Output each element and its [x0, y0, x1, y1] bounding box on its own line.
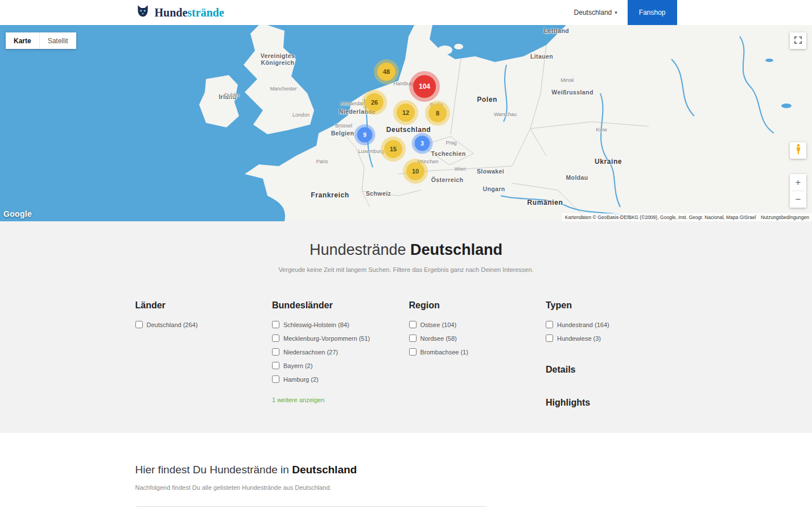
chevron-down-icon: ▾	[615, 10, 617, 15]
map-cluster-marker[interactable]: 10	[406, 162, 424, 180]
map-attribution-text: Kartendaten © GeoBasis-DE/BKG (©2009), G…	[565, 214, 756, 220]
filter-column-title: Typen	[546, 300, 677, 311]
logo-text: Hundestrände	[155, 6, 224, 19]
google-logo[interactable]: Google	[3, 209, 32, 218]
filter-checkbox-item[interactable]: Hundewiese (3)	[546, 335, 677, 342]
logo-dog-icon	[135, 4, 150, 21]
filter-column-title: Bundesländer	[272, 300, 403, 311]
pegman-icon	[795, 143, 802, 158]
filter-column-region: RegionOstsee (104)Nordsee (58)Brombachse…	[409, 300, 541, 408]
map-cluster-marker[interactable]: 8	[428, 104, 447, 122]
zoom-in-button[interactable]: +	[790, 174, 806, 191]
filter-label: Mecklenburg-Vorpommern (51)	[283, 335, 370, 342]
filter-label: Schleswig-Holstein (84)	[283, 321, 349, 328]
filter-checkbox[interactable]	[272, 375, 279, 383]
header-inner: Hundestrände Deutschland ▾ Fanshop	[135, 0, 677, 25]
filter-checkbox-item[interactable]: Schleswig-Holstein (84)	[272, 321, 403, 328]
filter-label: Hundewiese (3)	[557, 335, 601, 342]
filter-label: Ostsee (104)	[421, 321, 457, 328]
map-type-control: Karte Satellit	[6, 32, 76, 49]
nav-country-label: Deutschland	[574, 9, 612, 16]
map-canvas[interactable]	[0, 25, 812, 221]
filter-label: Deutschland (264)	[147, 321, 198, 328]
filter-column-länder: LänderDeutschland (264)	[135, 300, 267, 408]
filter-checkbox-item[interactable]: Hamburg (2)	[272, 375, 403, 383]
filter-label: Nordsee (58)	[421, 335, 457, 342]
map-container[interactable]: Vereinigtes KönigreichIrlandNiederlandeB…	[0, 25, 812, 221]
filter-label: Brombachsee (1)	[421, 349, 468, 356]
filter-checkbox-item[interactable]: Brombachsee (1)	[409, 348, 541, 356]
zoom-control: + −	[790, 174, 806, 208]
map-cluster-marker[interactable]: 9	[357, 127, 373, 143]
filter-checkbox[interactable]	[272, 348, 279, 356]
filter-checkbox[interactable]	[546, 335, 553, 342]
map-cluster-marker[interactable]: 12	[397, 104, 415, 122]
filter-checkbox-item[interactable]: Niedersachsen (27)	[272, 348, 403, 356]
page-subtitle: Vergeude keine Zeit mit langem Suchen. F…	[0, 266, 812, 273]
nav-country-dropdown[interactable]: Deutschland ▾	[564, 0, 628, 25]
filter-checkbox[interactable]	[272, 335, 279, 342]
pegman-control[interactable]	[790, 142, 806, 159]
filter-checkbox[interactable]	[409, 348, 417, 356]
filter-label: Hamburg (2)	[283, 376, 319, 383]
map-type-karte-button[interactable]: Karte	[6, 32, 39, 49]
filter-checkbox[interactable]	[409, 335, 417, 342]
map-cluster-marker[interactable]: 26	[365, 93, 384, 112]
filter-checkbox-item[interactable]: Ostsee (104)	[409, 321, 541, 328]
divider	[137, 506, 487, 507]
map-attribution-bar: Kartendaten © GeoBasis-DE/BKG (©2009), G…	[562, 213, 812, 221]
page-title: Hundestrände Deutschland	[0, 241, 812, 259]
filter-checkbox-item[interactable]: Bayern (2)	[272, 362, 403, 369]
fullscreen-icon	[794, 36, 802, 46]
logo[interactable]: Hundestrände	[135, 4, 224, 21]
filter-section: Hundestrände Deutschland Vergeude keine …	[0, 221, 812, 433]
filter-checkbox[interactable]	[272, 362, 279, 369]
results-heading: Hier findest Du Hundestrände in Deutschl…	[135, 464, 677, 476]
filter-checkbox[interactable]	[272, 321, 279, 328]
show-more-link[interactable]: 1 weitere anzeigen	[272, 397, 324, 403]
filter-label: Hundestrand (164)	[557, 321, 609, 328]
filter-checkbox-item[interactable]: Mecklenburg-Vorpommern (51)	[272, 335, 403, 342]
filter-checkbox[interactable]	[546, 321, 553, 328]
filter-label: Bayern (2)	[283, 362, 312, 369]
results-section: Hier findest Du Hundestrände in Deutschl…	[0, 433, 812, 507]
map-type-satellit-button[interactable]: Satellit	[39, 32, 76, 49]
map-cluster-marker[interactable]: 48	[377, 63, 395, 81]
filter-column-title: Länder	[135, 300, 267, 311]
filter-section-heading-details[interactable]: Details	[546, 365, 677, 375]
filter-checkbox-item[interactable]: Nordsee (58)	[409, 335, 541, 342]
filter-checkbox[interactable]	[409, 321, 417, 328]
filter-checkbox[interactable]	[135, 321, 143, 328]
site-header: Hundestrände Deutschland ▾ Fanshop	[0, 0, 812, 25]
fullscreen-button[interactable]	[790, 32, 806, 49]
results-subtitle: Nachfolgend findest Du alle gelisteten H…	[135, 484, 677, 491]
filter-checkbox-item[interactable]: Deutschland (264)	[135, 321, 267, 328]
terms-link[interactable]: Nutzungsbedingungen	[761, 214, 809, 220]
zoom-out-button[interactable]: −	[790, 191, 806, 208]
header-nav: Deutschland ▾ Fanshop	[564, 0, 677, 25]
filter-column-bundesländer: BundesländerSchleswig-Holstein (84)Meckl…	[272, 300, 403, 408]
filter-column-typen: TypenHundestrand (164)Hundewiese (3)Deta…	[546, 300, 677, 408]
map-cluster-marker[interactable]: 104	[413, 75, 436, 98]
filter-column-title: Region	[409, 300, 541, 311]
fanshop-button[interactable]: Fanshop	[628, 0, 677, 25]
map-cluster-marker[interactable]: 3	[415, 136, 430, 151]
filter-checkbox-item[interactable]: Hundestrand (164)	[546, 321, 677, 328]
filter-section-heading-highlights[interactable]: Highlights	[546, 398, 677, 408]
map-cluster-marker[interactable]: 15	[384, 140, 402, 158]
filter-label: Niedersachsen (27)	[283, 349, 338, 356]
filter-columns: LänderDeutschland (264)BundesländerSchle…	[135, 300, 677, 408]
